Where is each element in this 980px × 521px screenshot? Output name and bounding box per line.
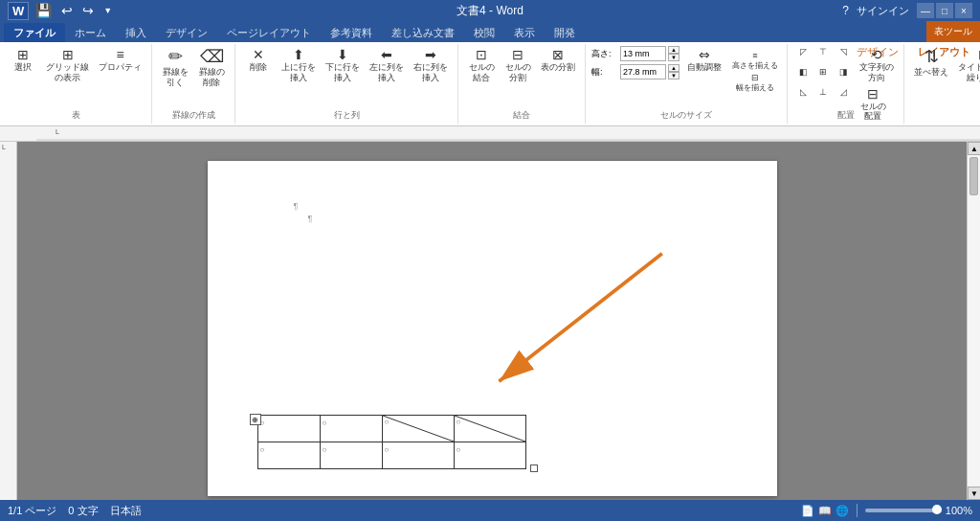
auto-fit-button[interactable]: ⇔ 自動調整 (683, 46, 725, 75)
insert-below-button[interactable]: ⬇ 下に行を 挿入 (322, 46, 364, 85)
tab-design[interactable]: デザイン (156, 23, 217, 42)
group-table: ⊞ 選択 ⊞ グリッド線 の表示 ≡ プロパティ 表 (0, 44, 152, 124)
table-resize-handle[interactable] (530, 464, 538, 472)
diagonal-line-svg (383, 416, 454, 442)
table-tools-label: 表ツール (926, 21, 980, 42)
view-web-button[interactable]: 🌐 (835, 505, 849, 517)
select-icon: ⊞ (17, 48, 29, 61)
tab-view[interactable]: 表示 (504, 23, 545, 42)
ribbon: ⊞ 選択 ⊞ グリッド線 の表示 ≡ プロパティ 表 ✏ 罫線を 引く ⌫ 罫線… (0, 42, 980, 126)
distribute-rows-button[interactable]: ≡ 高さを揃える (729, 50, 781, 71)
width-input[interactable] (620, 64, 666, 79)
insert-right-button[interactable]: ➡ 右に列を 挿入 (410, 46, 452, 85)
scroll-track[interactable] (968, 155, 980, 487)
document-area[interactable]: ⊕ ○ ○ ○ (17, 142, 967, 500)
header-row-button[interactable]: ⊟ タイトル行の 繰り返し (954, 46, 980, 85)
height-input[interactable] (620, 46, 666, 61)
group-merge: ⊡ セルの 結合 ⊟ セルの 分割 ⊠ 表の分割 結合 (458, 44, 586, 124)
gridlines-icon: ⊞ (62, 48, 74, 61)
align-mc-button[interactable]: ⊞ (813, 66, 833, 85)
save-button[interactable]: 💾 (33, 2, 55, 19)
help-button[interactable]: ? (842, 4, 849, 17)
align-tl-button[interactable]: ◸ (793, 46, 813, 65)
height-up-button[interactable]: ▲ (668, 46, 679, 54)
distribute-cols-button[interactable]: ⊟ 幅を揃える (729, 72, 781, 93)
group-cell-size: 高さ: ▲▼ 幅: ▲▼ ⇔ 自動調整 ≡ 高さを揃 (586, 44, 788, 124)
title-bar: W 💾 ↩ ↪ ▼ 文書4 - Word ? サインイン ― □ × (0, 0, 980, 21)
align-tr-button[interactable]: ◹ (834, 46, 853, 65)
document-table: ○ ○ ○ ○ (257, 415, 526, 469)
split-table-button[interactable]: ⊠ 表の分割 (537, 46, 579, 75)
group-rows-cols-buttons: ✕ 削除 ⬆ 上に行を 挿入 ⬇ 下に行を 挿入 ⬅ 左に列を 挿入 ➡ 右に列… (241, 46, 452, 110)
table-cell[interactable]: ○ (257, 442, 320, 469)
delete-button[interactable]: ✕ 削除 (241, 46, 276, 75)
redo-button[interactable]: ↪ (79, 2, 97, 19)
language-indicator: 日本語 (110, 504, 142, 518)
table-move-handle[interactable]: ⊕ (250, 414, 261, 425)
tab-review[interactable]: 校閲 (464, 23, 504, 42)
tab-developer[interactable]: 開発 (545, 23, 585, 42)
page-count: 1/1 ページ (8, 504, 56, 518)
width-up-button[interactable]: ▲ (668, 64, 679, 72)
restore-button[interactable]: □ (936, 3, 953, 18)
minimize-button[interactable]: ― (917, 3, 934, 18)
close-button[interactable]: × (955, 3, 972, 18)
width-down-button[interactable]: ▼ (668, 72, 679, 79)
erase-icon: ⌫ (200, 48, 224, 65)
align-bl-button[interactable]: ◺ (793, 86, 813, 105)
insert-above-button[interactable]: ⬆ 上に行を 挿入 (278, 46, 320, 85)
view-read-button[interactable]: 📖 (818, 505, 832, 517)
view-print-button[interactable]: 📄 (801, 505, 814, 517)
tab-home[interactable]: ホーム (65, 23, 116, 42)
group-draw-borders: ✏ 罫線を 引く ⌫ 罫線の 削除 罫線の作成 (152, 44, 235, 124)
scroll-up-button[interactable]: ▲ (968, 142, 980, 155)
customize-qa-button[interactable]: ▼ (100, 5, 115, 16)
tab-insert[interactable]: 挿入 (116, 23, 156, 42)
table-cell[interactable]: ○ (320, 416, 382, 442)
split-cells-button[interactable]: ⊟ セルの 分割 (501, 46, 535, 85)
align-ml-button[interactable]: ◧ (793, 66, 813, 85)
table-cell-diagonal[interactable]: ○ (382, 416, 454, 442)
draw-table-button[interactable]: ✏ 罫線を 引く (158, 46, 192, 90)
cell-margins-icon: ⊟ (867, 87, 879, 101)
table-cell[interactable]: ○ (320, 442, 382, 469)
merge-cells-button[interactable]: ⊡ セルの 結合 (464, 46, 499, 85)
scroll-down-button[interactable]: ▼ (968, 487, 980, 500)
align-br-button[interactable]: ◿ (834, 86, 853, 105)
tab-mailings[interactable]: 差し込み文書 (382, 23, 464, 42)
text-direction-button[interactable]: ⟲ 文字列の 方向 (856, 46, 898, 85)
insert-left-button[interactable]: ⬅ 左に列を 挿入 (366, 46, 408, 85)
scroll-thumb[interactable] (969, 157, 978, 195)
align-tc-button[interactable]: ⊤ (813, 46, 833, 65)
zoom-slider[interactable] (865, 509, 942, 512)
align-mr-button[interactable]: ◨ (834, 66, 853, 85)
tab-file[interactable]: ファイル (4, 23, 65, 42)
size-inputs: 高さ: ▲▼ 幅: ▲▼ (591, 46, 679, 94)
erase-button[interactable]: ⌫ 罫線の 削除 (194, 46, 229, 90)
signin-button[interactable]: サインイン (857, 4, 909, 18)
zoom-thumb[interactable] (932, 505, 942, 514)
text-direction-icon: ⟲ (871, 48, 882, 61)
title-left: W 💾 ↩ ↪ ▼ (8, 2, 115, 20)
undo-button[interactable]: ↩ (58, 2, 76, 19)
select-button[interactable]: ⊞ 選択 (6, 46, 40, 75)
align-bc-button[interactable]: ⊥ (813, 86, 833, 105)
gridlines-button[interactable]: ⊞ グリッド線 の表示 (42, 46, 93, 85)
height-down-button[interactable]: ▼ (668, 54, 679, 61)
group-merge-buttons: ⊡ セルの 結合 ⊟ セルの 分割 ⊠ 表の分割 (464, 46, 579, 110)
table-cell[interactable]: ○ (382, 442, 454, 469)
tab-references[interactable]: 参考資料 (321, 23, 382, 42)
sort-button[interactable]: ⇅ 並べ替え (910, 46, 952, 79)
status-left: 1/1 ページ 0 文字 日本語 (8, 504, 142, 518)
document-page: ⊕ ○ ○ ○ (208, 161, 777, 496)
table-cell[interactable]: ○ (454, 442, 525, 469)
horizontal-ruler: // Ruler marks rendered via JS below L (0, 126, 980, 142)
table-cell-diagonal[interactable]: ○ (454, 416, 525, 442)
status-bar: 1/1 ページ 0 文字 日本語 📄 📖 🌐 100% (0, 500, 980, 521)
status-divider (857, 504, 858, 517)
ribbon-tabs-row: ファイル ホーム 挿入 デザイン ページレイアウト 参考資料 差し込み文書 校閲… (0, 21, 980, 42)
tab-page-layout[interactable]: ページレイアウト (217, 23, 321, 42)
properties-button[interactable]: ≡ プロパティ (95, 46, 145, 75)
group-draw-borders-label: 罫線の作成 (152, 109, 234, 122)
table-cell[interactable]: ○ (257, 416, 320, 442)
